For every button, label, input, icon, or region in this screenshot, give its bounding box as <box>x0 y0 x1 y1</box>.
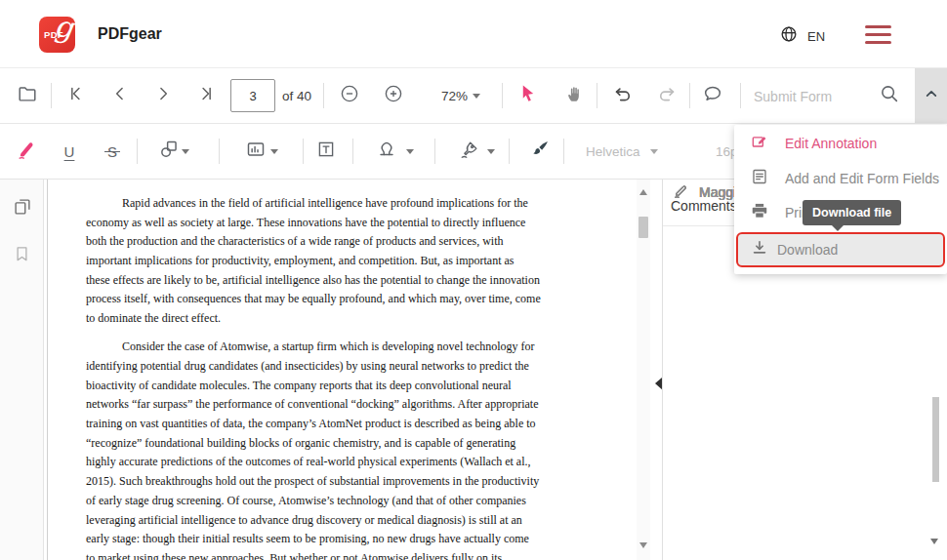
comments-scroll-down-icon[interactable] <box>930 539 938 548</box>
collapse-toolbar-button[interactable] <box>915 68 947 123</box>
last-page-button[interactable] <box>188 78 224 113</box>
font-family-caret[interactable] <box>650 144 658 162</box>
scroll-up-arrow-icon[interactable] <box>639 185 647 195</box>
hamburger-menu-icon[interactable] <box>865 25 891 44</box>
pdfgear-logo: PDF g <box>39 17 75 53</box>
left-sidebar <box>0 180 44 560</box>
page-thumbnails-icon <box>12 204 33 220</box>
logo-g-glyph: g <box>52 17 75 45</box>
undo-icon <box>612 83 634 108</box>
download-icon <box>750 238 769 261</box>
document-page: Rapid advances in the field of artificia… <box>86 196 647 560</box>
draw-tool-button[interactable] <box>522 134 557 169</box>
download-tooltip: Download file <box>803 200 901 225</box>
menu-item-label: Edit Annotation <box>785 136 877 151</box>
bookmarks-button[interactable] <box>12 244 32 268</box>
comments-scrollbar-thumb[interactable] <box>932 397 939 482</box>
document-text-line: process itself, with consequences that m… <box>86 292 647 311</box>
document-text-line: “recognize” foundational building blocks… <box>86 436 647 456</box>
hand-pan-icon <box>564 83 586 108</box>
page-thumbnails-button[interactable] <box>12 196 33 221</box>
previous-page-button[interactable] <box>103 78 138 113</box>
open-file-button[interactable] <box>10 78 45 113</box>
menu-item-label: Add and Edit Form Fields <box>785 171 939 186</box>
highlighter-icon <box>17 139 38 164</box>
highlight-tool-button[interactable] <box>10 134 45 169</box>
text-box-tool-button[interactable] <box>309 134 344 169</box>
first-page-button[interactable] <box>59 78 94 113</box>
language-selector[interactable]: EN <box>779 24 825 48</box>
select-tool-button[interactable] <box>511 78 546 113</box>
document-text-line: Rapid advances in the field of artificia… <box>86 196 647 216</box>
language-label: EN <box>807 29 825 44</box>
image-icon <box>245 139 267 164</box>
stamp-dropdown-caret[interactable] <box>406 144 414 162</box>
scroll-down-arrow-icon[interactable] <box>639 542 647 552</box>
folder-open-icon <box>17 83 38 108</box>
page-edge <box>47 180 48 560</box>
document-text-line: these effects are likely to be, artifici… <box>86 273 647 293</box>
shapes-dropdown-caret[interactable] <box>182 144 189 162</box>
printer-icon <box>750 201 769 224</box>
redo-icon <box>656 83 678 108</box>
form-fields-icon <box>750 167 769 190</box>
app-title: PDFgear <box>98 25 162 43</box>
globe-icon <box>779 24 799 48</box>
page-number-input[interactable] <box>230 79 275 112</box>
paragraph-1: Rapid advances in the field of artificia… <box>86 196 647 331</box>
document-text-line: of early stage drug screening. Of course… <box>86 494 647 513</box>
pdfgear-app: PDF g PDFgear EN <box>0 0 947 560</box>
stamp-tool-button[interactable] <box>369 134 404 169</box>
undo-button[interactable] <box>605 78 640 113</box>
document-scrollbar-thumb[interactable] <box>638 217 648 238</box>
document-area: Rapid advances in the field of artificia… <box>44 180 662 560</box>
menu-item-download[interactable]: Download <box>736 232 945 267</box>
signature-dropdown-caret[interactable] <box>487 144 495 162</box>
comment-bubble-icon <box>702 83 723 108</box>
document-text-line: networks “far surpass” the performance o… <box>86 397 647 417</box>
collapse-panel-handle[interactable] <box>648 377 662 390</box>
text-box-icon <box>315 139 337 164</box>
menu-item-label: Download <box>777 242 838 258</box>
hand-pan-button[interactable] <box>557 78 593 113</box>
font-family-select[interactable]: Helvetica <box>586 144 640 159</box>
document-text-line: economy as well as society at large. The… <box>86 216 647 235</box>
stamp-icon <box>376 139 397 164</box>
zoom-level-label: 72% <box>441 89 468 103</box>
document-text-line: bioactivity of candidate molecules. The … <box>86 379 647 398</box>
zoom-out-button[interactable] <box>332 78 367 113</box>
document-text-line: training on vast quantities of data, the… <box>86 417 647 436</box>
next-page-button[interactable] <box>145 78 181 113</box>
page-total-label: of 40 <box>282 89 311 103</box>
document-text-line: Consider the case of Atomwise, a startup… <box>86 340 647 359</box>
signature-tool-button[interactable] <box>452 134 487 169</box>
document-text-line: 2015). Such breakthroughs hold out the p… <box>86 474 647 494</box>
next-page-icon <box>153 84 173 107</box>
image-tool-button[interactable] <box>238 134 273 169</box>
last-page-icon <box>196 84 216 107</box>
zoom-in-button[interactable] <box>376 78 411 113</box>
first-page-icon <box>66 84 86 107</box>
strikethrough-tool-button[interactable]: S <box>95 134 130 169</box>
document-scrollbar[interactable] <box>637 180 650 560</box>
header: PDF g PDFgear EN <box>0 0 947 68</box>
redo-button[interactable] <box>649 78 684 113</box>
main-toolbar: of 40 72% <box>0 68 947 124</box>
menu-item-edit-annotation[interactable]: Edit Annotation <box>734 127 947 160</box>
underline-tool-button[interactable]: U <box>52 134 87 169</box>
menu-item-form-fields[interactable]: Add and Edit Form Fields <box>734 162 947 195</box>
previous-page-icon <box>110 84 130 107</box>
submit-form-button[interactable]: Submit Form <box>754 89 832 104</box>
shapes-icon <box>158 139 180 164</box>
image-dropdown-caret[interactable] <box>270 144 278 162</box>
document-text-line: to market using these new approaches. Bu… <box>86 551 647 560</box>
underline-icon: U <box>64 143 75 160</box>
document-text-line: highly accurate predictions of the outco… <box>86 455 647 474</box>
paragraph-2: Consider the case of Atomwise, a startup… <box>86 340 647 560</box>
zoom-dropdown-caret[interactable] <box>473 89 480 106</box>
select-cursor-icon <box>517 83 539 108</box>
comment-button[interactable] <box>695 78 730 113</box>
search-button[interactable] <box>872 78 907 113</box>
pen-annotation-icon <box>673 182 689 203</box>
bookmark-icon <box>12 251 32 267</box>
